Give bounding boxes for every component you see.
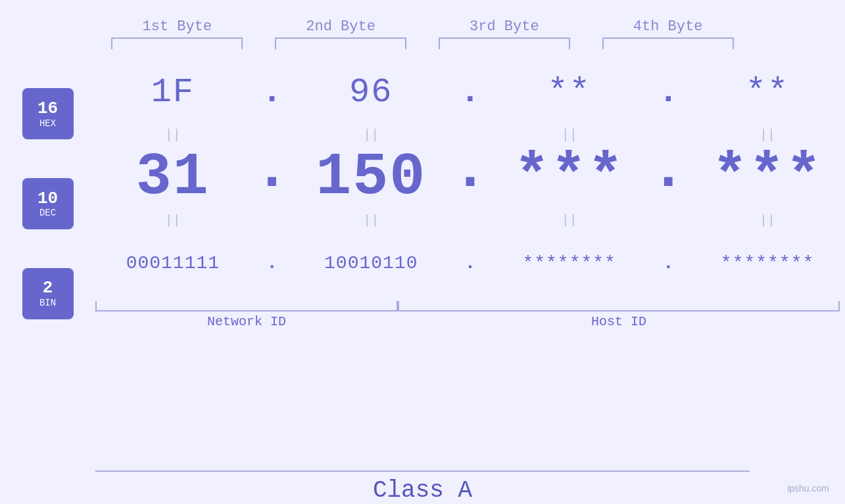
bin-sep-3: .	[658, 253, 678, 273]
hex-val-2: 96	[349, 73, 393, 112]
badge-column: 16 HEX 10 DEC 2 BIN	[0, 56, 95, 338]
hex-sep-1: .	[262, 73, 282, 112]
bin-data-row: 00011111 . 10010110 . ******** . *******…	[95, 230, 845, 296]
header-row: 1st Byte 2nd Byte 3rd Byte 4th Byte	[0, 18, 845, 35]
network-id-bracket	[95, 301, 398, 311]
host-id-bracket	[398, 301, 840, 311]
dec-val-2: 150	[316, 144, 426, 211]
bin-sep-2: .	[460, 253, 480, 273]
bin-val-2: 10010110	[324, 253, 418, 273]
eq-1-1: ||	[107, 127, 239, 143]
hex-sep-3: .	[658, 73, 678, 112]
hex-badge-num: 16	[37, 99, 58, 118]
dec-sep-3: .	[658, 137, 678, 210]
top-brackets	[0, 37, 845, 49]
bin-val-4: ********	[721, 253, 814, 273]
byte-label-1: 1st Byte	[111, 18, 243, 35]
bin-val-3: ********	[522, 253, 616, 273]
eq-1-3: ||	[504, 127, 635, 143]
network-id-label: Network ID	[95, 314, 398, 329]
bin-byte-2: 10010110	[305, 253, 437, 273]
eq-1-4: ||	[702, 127, 833, 143]
host-id-label: Host ID	[398, 314, 840, 329]
dec-data-row: 31 . 150 . *** . ***	[95, 145, 845, 210]
byte-label-4: 4th Byte	[602, 18, 734, 35]
bin-badge-label: BIN	[39, 298, 56, 308]
dec-val-4: ***	[712, 144, 823, 211]
bottom-brackets-row	[95, 301, 845, 311]
top-bracket-4	[602, 37, 734, 49]
dec-val-1: 31	[136, 144, 210, 211]
watermark: ipshu.com	[787, 483, 829, 493]
hex-val-3: **	[547, 73, 591, 112]
eq-2-3: ||	[504, 213, 635, 228]
dec-badge-num: 10	[37, 189, 58, 208]
top-bracket-3	[439, 37, 570, 49]
eq-row-2: || || || ||	[95, 210, 845, 230]
byte-label-3: 3rd Byte	[439, 18, 570, 35]
bin-badge-num: 2	[43, 279, 53, 298]
dec-byte-2: 150	[305, 144, 437, 211]
bin-byte-4: ********	[702, 253, 833, 273]
hex-byte-3: **	[504, 73, 635, 112]
content-columns: 1F . 96 . ** . ** || ||	[95, 56, 845, 329]
class-line	[95, 470, 750, 472]
dec-byte-4: ***	[702, 144, 833, 211]
hex-sep-2: .	[460, 73, 480, 112]
hex-badge: 16 HEX	[22, 88, 74, 139]
class-section: Class A	[0, 470, 845, 504]
bin-val-1: 00011111	[126, 253, 220, 273]
dec-val-3: ***	[514, 144, 625, 211]
dec-badge-label: DEC	[39, 208, 56, 218]
top-bracket-1	[111, 37, 243, 49]
dec-sep-1: .	[262, 137, 282, 210]
hex-byte-4: **	[702, 73, 833, 112]
bin-badge: 2 BIN	[22, 268, 74, 319]
dec-sep-2: .	[460, 137, 480, 210]
main-area: 16 HEX 10 DEC 2 BIN 1F . 96	[0, 56, 845, 463]
eq-2-2: ||	[305, 213, 437, 228]
bin-sep-1: .	[262, 253, 282, 273]
hex-data-row: 1F . 96 . ** . **	[95, 59, 845, 125]
bottom-labels-row: Network ID Host ID	[95, 314, 845, 329]
hex-byte-2: 96	[305, 73, 437, 112]
hex-val-4: **	[746, 73, 789, 112]
hex-badge-label: HEX	[39, 118, 56, 129]
hex-byte-1: 1F	[107, 73, 239, 112]
byte-label-2: 2nd Byte	[275, 18, 406, 35]
main-container: 1st Byte 2nd Byte 3rd Byte 4th Byte 16 H…	[0, 0, 845, 504]
class-label: Class A	[95, 477, 750, 504]
bin-byte-1: 00011111	[107, 253, 239, 273]
eq-2-1: ||	[107, 213, 239, 228]
top-bracket-2	[275, 37, 406, 49]
bin-byte-3: ********	[504, 253, 635, 273]
dec-byte-3: ***	[504, 144, 635, 211]
eq-2-4: ||	[702, 213, 833, 228]
dec-byte-1: 31	[107, 144, 239, 211]
hex-val-1: 1F	[151, 73, 195, 112]
eq-1-2: ||	[305, 127, 437, 143]
dec-badge: 10 DEC	[22, 178, 74, 229]
